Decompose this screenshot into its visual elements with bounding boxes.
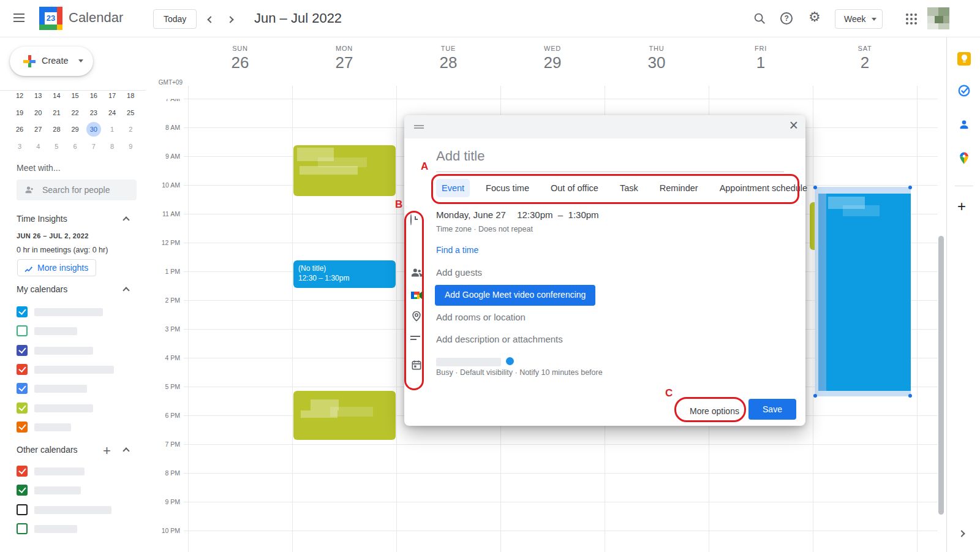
event-datetime[interactable]: Monday, June 27 12:30pm – 1:30pm [436, 210, 599, 220]
drag-handle-icon[interactable] [414, 125, 424, 126]
mini-calendar-day[interactable]: 4 [31, 139, 45, 154]
tab-reminder[interactable]: Reminder [654, 179, 704, 197]
settings-gear-icon[interactable]: ⚙ [809, 9, 823, 24]
next-week-button[interactable] [228, 13, 243, 28]
google-maps-icon[interactable] [957, 151, 971, 165]
mini-calendar-day[interactable]: 26 [12, 122, 27, 137]
more-insights-button[interactable]: More insights [17, 259, 96, 276]
mini-calendar-day[interactable]: 16 [86, 88, 101, 103]
add-rooms-location-field[interactable]: Add rooms or location [436, 312, 526, 322]
mini-calendar-day[interactable]: 18 [123, 88, 138, 103]
tab-focus-time[interactable]: Focus time [480, 179, 535, 197]
day-header-sat[interactable]: SAT2 [813, 45, 917, 72]
calendar-color-dot[interactable] [506, 357, 514, 365]
mini-calendar-day[interactable]: 20 [31, 105, 45, 120]
day-header-thu[interactable]: THU30 [605, 45, 709, 72]
checkbox-checked[interactable] [17, 306, 28, 317]
checkbox-checked[interactable] [17, 383, 28, 394]
event-repeat-meta[interactable]: Time zone · Does not repeat [436, 225, 533, 233]
event-block-monday-morning[interactable] [293, 145, 396, 196]
mini-calendar-day[interactable]: 9 [123, 139, 138, 154]
profile-avatar[interactable] [927, 7, 949, 29]
google-tasks-icon[interactable] [957, 84, 971, 97]
checkbox-unchecked[interactable] [17, 325, 28, 336]
google-contacts-icon[interactable] [957, 118, 971, 131]
mini-calendar-day[interactable]: 17 [105, 88, 119, 103]
vertical-scrollbar[interactable] [938, 236, 944, 515]
checkbox-unchecked[interactable] [17, 523, 28, 534]
event-block-saturday-selected[interactable] [815, 187, 911, 396]
collapse-my-calendars-icon[interactable] [124, 284, 138, 299]
add-description-field[interactable]: Add description or attachments [436, 334, 563, 344]
mini-calendar-day[interactable]: 21 [49, 105, 64, 120]
event-block-monday-evening[interactable] [293, 391, 396, 440]
mini-calendar-day[interactable]: 2 [123, 122, 138, 137]
search-icon[interactable] [753, 12, 767, 26]
mini-calendar-day[interactable]: 29 [68, 122, 83, 137]
mini-calendar-day[interactable]: 24 [105, 105, 119, 120]
search-for-people-input[interactable]: Search for people [17, 180, 137, 200]
day-header-tue[interactable]: TUE28 [396, 45, 500, 72]
mini-calendar-day[interactable]: 12 [12, 88, 27, 103]
collapse-time-insights-icon[interactable] [124, 214, 138, 229]
get-add-ons-icon[interactable]: + [957, 198, 966, 215]
tab-event[interactable]: Event [436, 179, 470, 197]
create-button[interactable]: Create [10, 47, 93, 76]
mini-calendar-day[interactable]: 1 [105, 122, 119, 137]
event-title-input[interactable]: Add title [436, 148, 784, 172]
collapse-other-calendars-icon[interactable] [124, 445, 138, 459]
checkbox-checked[interactable] [17, 345, 28, 356]
mini-calendar-day[interactable]: 8 [105, 139, 119, 154]
tab-appointment-schedule[interactable]: Appointment schedule [714, 179, 813, 197]
help-icon[interactable] [780, 12, 793, 25]
mini-calendar-day[interactable]: 28 [49, 122, 64, 137]
chevron-right-icon[interactable] [959, 527, 964, 539]
close-icon[interactable]: × [789, 116, 798, 134]
add-other-calendars-button[interactable]: + [103, 443, 111, 459]
calendar-list-item[interactable] [17, 363, 137, 377]
busy-visibility-meta[interactable]: Busy · Default visibility · Notify 10 mi… [436, 368, 603, 377]
calendar-list-item[interactable] [17, 484, 137, 497]
tab-out-of-office[interactable]: Out of office [545, 179, 604, 197]
checkbox-checked[interactable] [17, 364, 28, 375]
today-button[interactable]: Today [153, 9, 197, 29]
mini-calendar-day[interactable]: 13 [31, 88, 45, 103]
add-google-meet-button[interactable]: Add Google Meet video conferencing [435, 285, 595, 306]
calendar-list-item[interactable] [17, 382, 137, 396]
previous-week-button[interactable] [208, 13, 223, 28]
checkbox-checked[interactable] [17, 485, 28, 496]
mini-calendar-day[interactable]: 22 [68, 105, 83, 120]
calendar-list-item[interactable] [17, 306, 137, 319]
view-selector-week[interactable]: Week [835, 9, 883, 29]
checkbox-checked[interactable] [17, 403, 28, 414]
mini-calendar-day[interactable]: 19 [12, 105, 27, 120]
calendar-list-item[interactable] [17, 402, 137, 415]
google-apps-icon[interactable] [906, 13, 908, 16]
mini-calendar-day-selected[interactable]: 30 [86, 122, 101, 137]
calendar-name-blurred[interactable] [436, 358, 501, 366]
calendar-list-item[interactable] [17, 523, 137, 536]
checkbox-checked[interactable] [17, 466, 28, 477]
calendar-list-item[interactable] [17, 421, 137, 434]
add-guests-field[interactable]: Add guests [436, 267, 482, 278]
main-menu-icon[interactable] [13, 13, 24, 15]
mini-calendar-day[interactable]: 6 [68, 139, 83, 154]
mini-calendar-day[interactable]: 7 [86, 139, 101, 154]
checkbox-unchecked[interactable] [17, 504, 28, 515]
calendar-list-item[interactable] [17, 504, 137, 517]
day-header-mon[interactable]: MON27 [292, 45, 396, 72]
day-header-sun[interactable]: SUN26 [188, 45, 292, 72]
dialog-drag-bar[interactable]: × [404, 115, 805, 138]
calendar-list-item[interactable] [17, 465, 137, 478]
mini-calendar-day[interactable]: 23 [86, 105, 101, 120]
calendar-logo-icon[interactable]: 23 [39, 7, 62, 30]
calendar-list-item[interactable] [17, 325, 137, 338]
google-keep-icon[interactable] [957, 52, 971, 66]
calendar-list-item[interactable] [17, 344, 137, 358]
mini-calendar-day[interactable]: 15 [68, 88, 83, 103]
day-header-wed[interactable]: WED29 [500, 45, 605, 72]
mini-calendar-day[interactable]: 5 [49, 139, 64, 154]
tab-task[interactable]: Task [614, 179, 644, 197]
event-block-no-title[interactable]: (No title) 12:30 – 1:30pm [293, 260, 396, 288]
checkbox-checked[interactable] [17, 422, 28, 433]
